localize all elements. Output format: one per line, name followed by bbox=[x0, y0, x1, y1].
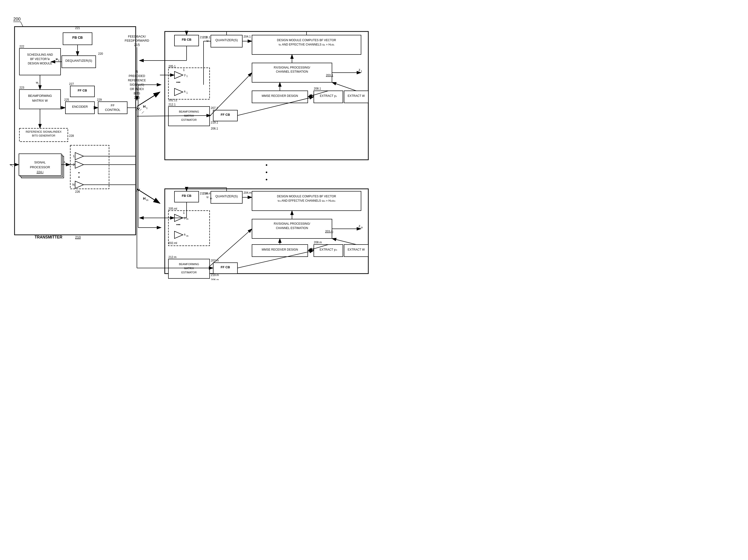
scheduling-ref: 222 bbox=[19, 45, 24, 48]
extract-w-rm-label: EXTRACT W bbox=[348, 248, 365, 251]
si-sub: i bbox=[12, 165, 13, 168]
xi-sub: i bbox=[65, 162, 66, 165]
fb-cb-tx-label: FB CB bbox=[72, 35, 83, 40]
antenna-dots2: • bbox=[78, 175, 80, 180]
extract-ym-ref: 208.m bbox=[314, 241, 322, 244]
ref-219-m: 219.m bbox=[211, 273, 219, 277]
ref-signal-label2: BITS GENERATOR bbox=[32, 134, 55, 137]
channel-slash2: ⟋ bbox=[141, 110, 145, 115]
bf-matrix-label1: BEAMFORMING bbox=[28, 94, 52, 98]
fb-ff-ref: 215 bbox=[134, 43, 140, 47]
fb-ff-label1: FEEDBACK/ bbox=[128, 34, 146, 38]
diagram-label: 200 bbox=[13, 17, 21, 22]
extract-y1-ref: 208.1 bbox=[314, 87, 321, 90]
y1-sub: 1 bbox=[186, 75, 188, 77]
km-sub: m bbox=[186, 235, 188, 237]
ui-arrow-sub: i bbox=[59, 59, 59, 62]
bf-matrix-est-rm-ref: 212.m bbox=[168, 255, 177, 259]
km-label: k bbox=[184, 233, 186, 236]
ref-219-1: 219.1 bbox=[211, 121, 218, 124]
zm-label: z bbox=[358, 224, 360, 228]
scheduling-label2: BF VECTOR w bbox=[30, 57, 50, 61]
bf-matrix-label2: MATRIX W bbox=[32, 99, 48, 102]
quantizer-rm-label: QUANTIZER(S) bbox=[215, 194, 238, 198]
k1-label: k bbox=[184, 90, 186, 93]
ref-218-1: 218.1 bbox=[203, 35, 210, 39]
ff-cb-r1-inner-ref: 207.1 bbox=[211, 106, 218, 110]
dequantizer-ref: 220 bbox=[98, 52, 103, 55]
ff-control-label1: FF bbox=[111, 104, 115, 107]
design-module-r1-label1: DESIGN MODULE COMPUTES BF VECTOR bbox=[277, 39, 336, 42]
ref-signal-ref: 228 bbox=[69, 134, 74, 138]
bf-matrix-est-rm-label1: BEAMFORMING bbox=[179, 263, 199, 266]
extract-ym-label: EXTRACT yₘ bbox=[320, 248, 337, 251]
y1-label: y bbox=[184, 73, 186, 76]
design-module-rm-label1: DESIGN MODULE COMPUTES BF VECTOR bbox=[277, 195, 336, 198]
hm-label: H bbox=[143, 196, 146, 200]
ff-cb-tx-label: FF CB bbox=[78, 89, 87, 92]
rx-signal-r1-label1: RX/SIGNAL PROCESSING/ bbox=[274, 66, 310, 69]
encoder-label: ENCODER bbox=[72, 105, 88, 108]
ref-206-1: 206.1 bbox=[211, 127, 218, 130]
bf-matrix-ref: 223 bbox=[19, 86, 24, 89]
ref-218-m: 218.m bbox=[203, 192, 211, 195]
mmse-r1-label: MMSE RECEIVER DESIGN bbox=[262, 94, 298, 98]
antenna-n-label: N bbox=[72, 183, 75, 187]
ref-202-11: 202.11 bbox=[168, 99, 178, 102]
hm-arrow bbox=[137, 189, 160, 203]
ff-control-label2: CONTROL bbox=[105, 108, 120, 112]
ff-control-ref: 229 bbox=[97, 98, 102, 101]
ff-cb-rm-inner-label: FF CB bbox=[221, 265, 230, 269]
xi-label: x bbox=[64, 160, 65, 164]
bf-tri-r1-1-ref: 1 bbox=[183, 68, 185, 72]
bf-matrix-est-r1-ref: 212.1 bbox=[168, 103, 176, 106]
fb-ff-label2: FEEDFORWARD bbox=[124, 39, 149, 42]
ym-sub: m bbox=[186, 218, 188, 220]
diagram-container: 200 TRANSMITTER 210 FB CB 221 SCHEDULING… bbox=[0, 0, 374, 280]
antenna-226-ref: 226 bbox=[75, 190, 80, 193]
hm-sub: m bbox=[146, 198, 148, 201]
ref-signal-label1: REFERENCE SIGNAL/INDEX bbox=[26, 130, 62, 133]
rx-signal-rm-label1: RX/SIGNAL PROCESSING/ bbox=[274, 222, 310, 225]
bf-dots-rm: ••• bbox=[177, 222, 181, 227]
fb-cb-tx-ref: 221 bbox=[75, 26, 80, 30]
encoder-ref: 225 bbox=[64, 98, 69, 101]
um-label: u bbox=[207, 195, 208, 199]
bf-dots-r1: ••• bbox=[177, 80, 181, 84]
rx-signal-rm-ref: 203.m bbox=[325, 230, 333, 233]
rx-signal-r1-ref: 203.1 bbox=[326, 74, 333, 77]
signal-proc-ref: 224.i bbox=[37, 170, 43, 174]
svg-line-3 bbox=[21, 22, 23, 27]
bf-matrix-est-rm-label3: ESTIMATOR bbox=[181, 271, 196, 274]
scheduling-label-sub: i bbox=[47, 57, 48, 59]
quantizer-r1-ref: 204.1 bbox=[243, 35, 251, 38]
dots-between-receivers: • bbox=[265, 162, 267, 168]
scheduling-label1: SCHEDULING AND bbox=[27, 53, 53, 56]
zm-sub: m bbox=[361, 226, 363, 229]
dots-between-receivers3: • bbox=[265, 176, 267, 183]
z1-sub: 1 bbox=[361, 70, 362, 73]
u1-label: u bbox=[207, 39, 208, 43]
signal-proc-label1: SIGNAL bbox=[34, 161, 46, 164]
quantizer-rm-ref: 204.m bbox=[243, 191, 252, 194]
transmitter-ref: 210 bbox=[75, 235, 81, 239]
wi-sub: i bbox=[38, 82, 39, 85]
transmitter-label: TRANSMITTER bbox=[34, 235, 63, 239]
um-sub: m bbox=[210, 197, 212, 200]
dots-between-receivers2: • bbox=[265, 169, 267, 175]
mmse-rm-label: MMSE RECEIVER DESIGN bbox=[262, 248, 298, 251]
ref-202-ml: 202.ml bbox=[168, 241, 177, 245]
ref-206-m: 206.m bbox=[211, 278, 219, 280]
z1-label: z bbox=[358, 68, 360, 72]
h1-sub: 1 bbox=[146, 106, 147, 109]
h1-arrow bbox=[137, 92, 160, 106]
ff-cb-ref: 227 bbox=[69, 82, 74, 86]
dequantizer-label: DEQUANTIZER(S) bbox=[65, 59, 92, 63]
fb-cb-r1-label: FB CB bbox=[182, 38, 191, 42]
design-module-r1-label2: v₁ AND EFFECTIVE CHANNELS u₁ = H₁v₁ bbox=[279, 43, 334, 46]
fb-cb-rm-label: FB CB bbox=[182, 194, 191, 198]
antenna-1-label: 1 bbox=[73, 154, 75, 158]
design-module-rm-label2: vₘ AND EFFECTIVE CHANNELS uₘ = Hₘvₘ bbox=[278, 199, 335, 202]
scheduling-label3: DESIGN MODULE bbox=[28, 62, 52, 65]
k1-sub: 1 bbox=[186, 92, 188, 94]
